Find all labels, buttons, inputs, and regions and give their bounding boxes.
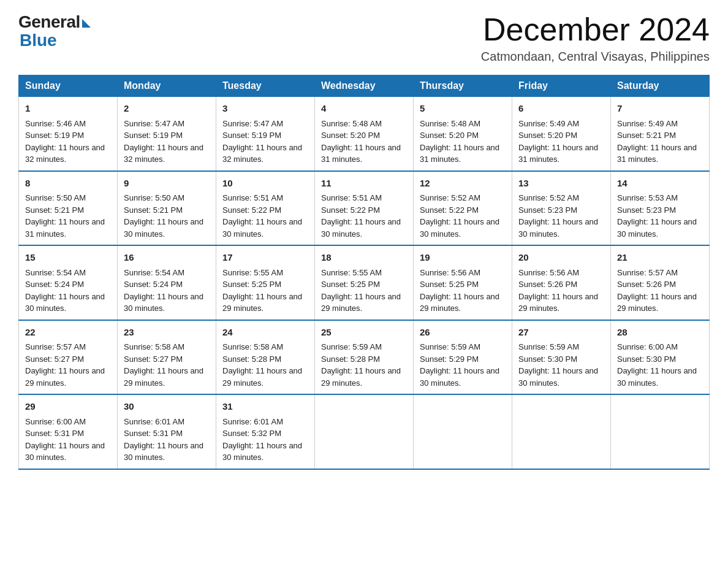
daylight-info: Daylight: 11 hours and 32 minutes. <box>25 143 105 164</box>
sunrise-info: Sunrise: 5:49 AM <box>518 119 579 128</box>
daylight-info: Daylight: 11 hours and 31 minutes. <box>617 143 697 164</box>
sunset-info: Sunset: 5:24 PM <box>124 280 183 289</box>
sunrise-info: Sunrise: 5:51 AM <box>321 193 382 202</box>
calendar-day-cell: 4Sunrise: 5:48 AMSunset: 5:20 PMDaylight… <box>315 97 414 171</box>
daylight-info: Daylight: 11 hours and 30 minutes. <box>617 217 697 239</box>
calendar-day-cell: 26Sunrise: 5:59 AMSunset: 5:29 PMDayligh… <box>414 320 512 395</box>
logo-triangle-icon <box>82 19 91 28</box>
daylight-info: Daylight: 11 hours and 30 minutes. <box>124 441 203 462</box>
day-number: 12 <box>420 177 506 191</box>
daylight-info: Daylight: 11 hours and 31 minutes. <box>25 217 105 239</box>
sunrise-info: Sunrise: 5:48 AM <box>420 119 480 128</box>
sunrise-info: Sunrise: 5:56 AM <box>518 268 579 277</box>
daylight-info: Daylight: 11 hours and 30 minutes. <box>124 292 203 313</box>
sunset-info: Sunset: 5:32 PM <box>222 429 281 438</box>
sunrise-info: Sunrise: 5:56 AM <box>420 268 480 277</box>
day-number: 22 <box>25 326 111 340</box>
calendar-day-cell: 14Sunrise: 5:53 AMSunset: 5:23 PMDayligh… <box>611 171 710 246</box>
sunrise-info: Sunrise: 5:57 AM <box>25 342 86 351</box>
calendar-day-cell: 1Sunrise: 5:46 AMSunset: 5:19 PMDaylight… <box>19 97 118 171</box>
calendar-day-cell: 21Sunrise: 5:57 AMSunset: 5:26 PMDayligh… <box>611 245 710 320</box>
daylight-info: Daylight: 11 hours and 30 minutes. <box>617 366 697 388</box>
calendar-week-row: 29Sunrise: 6:00 AMSunset: 5:31 PMDayligh… <box>19 394 710 469</box>
calendar-day-cell: 19Sunrise: 5:56 AMSunset: 5:25 PMDayligh… <box>414 245 512 320</box>
sunset-info: Sunset: 5:30 PM <box>518 354 577 364</box>
sunrise-info: Sunrise: 5:58 AM <box>124 342 184 351</box>
calendar-day-cell: 12Sunrise: 5:52 AMSunset: 5:22 PMDayligh… <box>414 171 512 246</box>
calendar-week-row: 22Sunrise: 5:57 AMSunset: 5:27 PMDayligh… <box>19 320 710 395</box>
sunset-info: Sunset: 5:28 PM <box>321 354 380 364</box>
logo: General Blue <box>18 12 91 50</box>
sunrise-info: Sunrise: 6:00 AM <box>617 342 678 351</box>
calendar-day-cell: 11Sunrise: 5:51 AMSunset: 5:22 PMDayligh… <box>315 171 414 246</box>
daylight-info: Daylight: 11 hours and 30 minutes. <box>518 217 598 239</box>
daylight-info: Daylight: 11 hours and 32 minutes. <box>222 143 302 164</box>
header-sunday: Sunday <box>19 75 118 97</box>
day-number: 21 <box>617 251 703 265</box>
sunrise-info: Sunrise: 5:53 AM <box>617 193 678 202</box>
day-number: 2 <box>124 102 210 116</box>
sunset-info: Sunset: 5:23 PM <box>518 205 577 215</box>
day-number: 31 <box>222 400 308 414</box>
sunrise-info: Sunrise: 5:52 AM <box>420 193 480 202</box>
sunrise-info: Sunrise: 6:00 AM <box>25 417 86 426</box>
daylight-info: Daylight: 11 hours and 30 minutes. <box>25 441 105 462</box>
calendar-day-cell: 31Sunrise: 6:01 AMSunset: 5:32 PMDayligh… <box>216 394 315 469</box>
header-tuesday: Tuesday <box>216 75 315 97</box>
day-number: 11 <box>321 177 407 191</box>
day-number: 13 <box>518 177 604 191</box>
day-number: 23 <box>124 326 210 340</box>
sunrise-info: Sunrise: 5:54 AM <box>25 268 86 277</box>
sunset-info: Sunset: 5:20 PM <box>321 131 380 140</box>
sunrise-info: Sunrise: 6:01 AM <box>222 417 283 426</box>
daylight-info: Daylight: 11 hours and 30 minutes. <box>321 217 401 239</box>
sunrise-info: Sunrise: 5:50 AM <box>25 193 86 202</box>
calendar-day-cell: 16Sunrise: 5:54 AMSunset: 5:24 PMDayligh… <box>118 245 216 320</box>
daylight-info: Daylight: 11 hours and 29 minutes. <box>617 292 697 313</box>
sunset-info: Sunset: 5:30 PM <box>617 354 676 364</box>
daylight-info: Daylight: 11 hours and 29 minutes. <box>321 366 401 388</box>
calendar-day-cell: 13Sunrise: 5:52 AMSunset: 5:23 PMDayligh… <box>512 171 611 246</box>
calendar-day-cell: 2Sunrise: 5:47 AMSunset: 5:19 PMDaylight… <box>118 97 216 171</box>
day-number: 10 <box>222 177 308 191</box>
calendar-day-cell <box>512 394 611 469</box>
header-monday: Monday <box>118 75 216 97</box>
day-number: 9 <box>124 177 210 191</box>
day-number: 28 <box>617 326 703 340</box>
calendar-day-cell: 27Sunrise: 5:59 AMSunset: 5:30 PMDayligh… <box>512 320 611 395</box>
logo-blue-text: Blue <box>20 31 57 50</box>
month-title: December 2024 <box>481 12 710 47</box>
sunset-info: Sunset: 5:22 PM <box>321 205 380 215</box>
calendar-day-cell: 17Sunrise: 5:55 AMSunset: 5:25 PMDayligh… <box>216 245 315 320</box>
daylight-info: Daylight: 11 hours and 29 minutes. <box>222 292 302 313</box>
day-number: 17 <box>222 251 308 265</box>
day-number: 6 <box>518 102 604 116</box>
sunrise-info: Sunrise: 5:50 AM <box>124 193 184 202</box>
day-number: 18 <box>321 251 407 265</box>
daylight-info: Daylight: 11 hours and 29 minutes. <box>321 292 401 313</box>
sunrise-info: Sunrise: 5:46 AM <box>25 119 86 128</box>
sunset-info: Sunset: 5:23 PM <box>617 205 676 215</box>
calendar-day-cell: 23Sunrise: 5:58 AMSunset: 5:27 PMDayligh… <box>118 320 216 395</box>
sunset-info: Sunset: 5:22 PM <box>420 205 479 215</box>
sunrise-info: Sunrise: 5:52 AM <box>518 193 579 202</box>
day-number: 27 <box>518 326 604 340</box>
calendar-day-cell: 22Sunrise: 5:57 AMSunset: 5:27 PMDayligh… <box>19 320 118 395</box>
day-number: 20 <box>518 251 604 265</box>
calendar-week-row: 8Sunrise: 5:50 AMSunset: 5:21 PMDaylight… <box>19 171 710 246</box>
sunset-info: Sunset: 5:26 PM <box>518 280 577 289</box>
calendar-day-cell: 28Sunrise: 6:00 AMSunset: 5:30 PMDayligh… <box>611 320 710 395</box>
day-number: 26 <box>420 326 506 340</box>
calendar-day-cell: 30Sunrise: 6:01 AMSunset: 5:31 PMDayligh… <box>118 394 216 469</box>
sunset-info: Sunset: 5:19 PM <box>25 131 84 140</box>
daylight-info: Daylight: 11 hours and 31 minutes. <box>321 143 401 164</box>
daylight-info: Daylight: 11 hours and 30 minutes. <box>420 366 499 388</box>
sunset-info: Sunset: 5:31 PM <box>124 429 183 438</box>
header-thursday: Thursday <box>414 75 512 97</box>
daylight-info: Daylight: 11 hours and 29 minutes. <box>124 366 203 388</box>
calendar-header-row: SundayMondayTuesdayWednesdayThursdayFrid… <box>19 75 710 97</box>
sunrise-info: Sunrise: 5:59 AM <box>420 342 480 351</box>
day-number: 4 <box>321 102 407 116</box>
day-number: 25 <box>321 326 407 340</box>
page-header: General Blue December 2024 Catmondaan, C… <box>18 12 710 64</box>
